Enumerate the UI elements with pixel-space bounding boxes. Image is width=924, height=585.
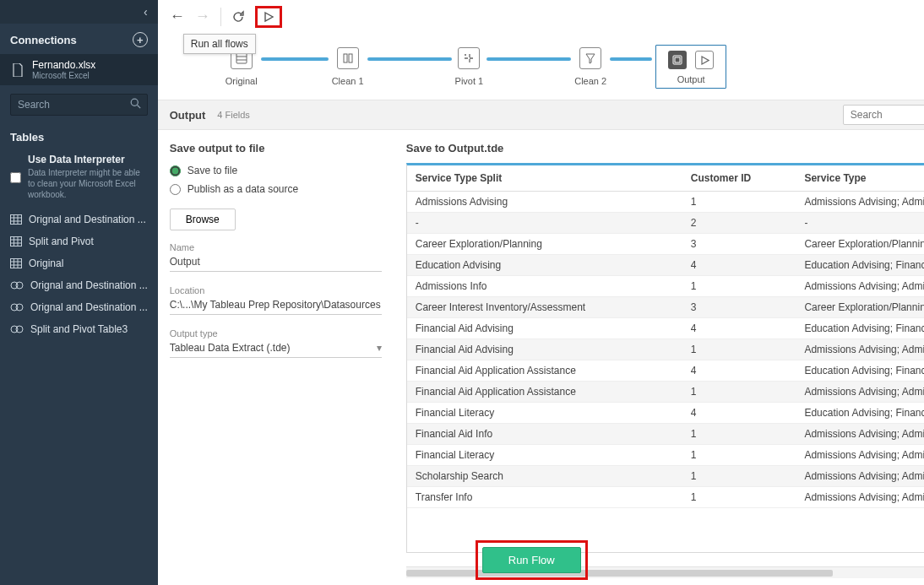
table-item[interactable]: Orignal and Destination ... xyxy=(0,209,158,230)
output-header-bar: Output 4 Fields ▾ xyxy=(158,100,924,130)
location-label: Location xyxy=(170,285,382,295)
table-cell: Education Advising; Financial xyxy=(796,403,924,424)
run-step-icon[interactable] xyxy=(695,51,714,69)
table-cell: Financial Aid Application Assistance xyxy=(407,382,682,403)
table-row[interactable]: Education Advising4Education Advising; F… xyxy=(407,255,924,276)
table-cell: 1 xyxy=(682,192,796,213)
save-to-file-radio[interactable] xyxy=(170,165,181,176)
column-header[interactable]: Customer ID xyxy=(682,165,796,192)
table-cell: Admissions Info xyxy=(407,276,682,297)
preview-title: Save to Output.tde xyxy=(406,142,924,154)
config-title: Save output to file xyxy=(170,142,382,154)
file-icon xyxy=(12,63,24,77)
table-row[interactable]: Financial Literacy4Education Advising; F… xyxy=(407,403,924,424)
table-cell: Career Exploration/Planning; xyxy=(796,297,924,318)
name-label: Name xyxy=(170,242,382,252)
table-cell: 3 xyxy=(682,234,796,255)
output-search-input[interactable] xyxy=(843,105,924,125)
table-list: Orignal and Destination ...Split and Piv… xyxy=(0,209,158,340)
back-button[interactable]: ← xyxy=(170,8,185,25)
run-flow-button[interactable]: Run Flow xyxy=(482,547,581,573)
table-item[interactable]: Split and Pivot Table3 xyxy=(0,318,158,340)
output-type-select[interactable]: Tableau Data Extract (.tde) ▾ xyxy=(170,342,382,358)
table-row[interactable]: Admissions Info1Admissions Advising; Adm… xyxy=(407,276,924,297)
table-cell: Career Exploration/Planning; xyxy=(796,234,924,255)
table-cell: Education Advising; Financial xyxy=(796,318,924,339)
grid-icon xyxy=(10,258,22,268)
table-cell: Transfer Info xyxy=(407,487,682,508)
table-row[interactable]: Financial Aid Application Assistance1Adm… xyxy=(407,382,924,403)
table-item-label: Orignal and Destination ... xyxy=(30,279,148,291)
flow-connector xyxy=(486,57,571,61)
publish-radio[interactable] xyxy=(170,184,181,195)
table-row[interactable]: Transfer Info1Admissions Advising; Admis… xyxy=(407,487,924,508)
table-cell: Career Interest Inventory/Assessment xyxy=(407,297,682,318)
table-cell: Admissions Advising; Admiss xyxy=(796,192,924,213)
sidebar-search-input[interactable] xyxy=(10,94,148,116)
table-cell: 1 xyxy=(682,276,796,297)
run-all-flows-button[interactable] xyxy=(255,6,282,28)
table-cell: 4 xyxy=(682,255,796,276)
flow-step-clean1[interactable]: Clean 1 xyxy=(332,47,364,86)
table-row[interactable]: Financial Aid Info1Admissions Advising; … xyxy=(407,424,924,445)
preview-table-wrap[interactable]: Service Type SplitCustomer IDService Typ… xyxy=(406,163,924,553)
table-cell: Admissions Advising; Admiss xyxy=(796,445,924,466)
table-item-label: Orignal and Destination ... xyxy=(29,214,146,225)
table-row[interactable]: -2- xyxy=(407,213,924,234)
output-icon xyxy=(668,51,687,69)
table-row[interactable]: Financial Aid Advising1Admissions Advisi… xyxy=(407,339,924,360)
table-item[interactable]: Original xyxy=(0,252,158,274)
radio-save-to-file[interactable]: Save to file xyxy=(170,165,382,176)
table-item[interactable]: Orignal and Destination ... xyxy=(0,274,158,296)
scroll-thumb[interactable] xyxy=(406,570,833,577)
connection-type: Microsoft Excel xyxy=(32,71,95,80)
table-item[interactable]: Orignal and Destination ... xyxy=(0,296,158,318)
table-row[interactable]: Career Exploration/Planning3Career Explo… xyxy=(407,234,924,255)
toolbar-divider xyxy=(220,8,221,26)
flow-connector xyxy=(261,57,329,61)
step-label: Output xyxy=(677,74,705,84)
refresh-button[interactable] xyxy=(231,10,245,24)
play-icon xyxy=(263,11,274,23)
location-value[interactable]: C:\...\My Tableau Prep Repository\Dataso… xyxy=(170,299,382,315)
name-value[interactable]: Output xyxy=(170,256,382,272)
table-cell: - xyxy=(407,213,682,234)
table-cell: Admissions Advising xyxy=(407,192,682,213)
use-interpreter-checkbox[interactable] xyxy=(10,155,21,200)
grid-icon xyxy=(10,214,22,225)
svg-rect-26 xyxy=(344,54,347,62)
table-row[interactable]: Career Interest Inventory/Assessment3Car… xyxy=(407,297,924,318)
svg-line-1 xyxy=(137,106,140,109)
connections-header: Connections + xyxy=(0,24,158,54)
table-cell: 1 xyxy=(682,339,796,360)
flow-connector xyxy=(610,57,652,61)
join-icon xyxy=(10,324,24,334)
radio-publish[interactable]: Publish as a data source xyxy=(170,183,382,195)
table-row[interactable]: Scholarship Search1Admissions Advising; … xyxy=(407,466,924,487)
column-header[interactable]: Service Type Split xyxy=(407,165,682,192)
collapse-icon[interactable]: ‹ xyxy=(144,5,148,19)
table-row[interactable]: Admissions Advising1Admissions Advising;… xyxy=(407,192,924,213)
table-cell: Financial Aid Application Assistance xyxy=(407,360,682,382)
interpreter-title: Use Data Interpreter xyxy=(28,154,148,165)
step-label: Clean 2 xyxy=(574,76,606,86)
flow-connector xyxy=(367,57,452,61)
flow-step-clean2[interactable]: Clean 2 xyxy=(574,47,606,86)
column-header[interactable]: Service Type xyxy=(796,165,924,192)
table-cell: 4 xyxy=(682,360,796,382)
step-label: Original xyxy=(226,76,258,86)
flow-step-output[interactable]: Output xyxy=(655,45,726,89)
forward-button[interactable]: → xyxy=(195,8,210,25)
table-row[interactable]: Financial Aid Advising4Education Advisin… xyxy=(407,318,924,339)
connection-item[interactable]: Fernando.xlsx Microsoft Excel xyxy=(0,54,158,85)
table-row[interactable]: Financial Literacy1Admissions Advising; … xyxy=(407,445,924,466)
add-connection-button[interactable]: + xyxy=(133,32,148,47)
table-cell: 4 xyxy=(682,403,796,424)
flow-step-pivot1[interactable]: Pivot 1 xyxy=(455,47,484,86)
type-label: Output type xyxy=(170,328,382,339)
table-item[interactable]: Split and Pivot xyxy=(0,230,158,252)
browse-button[interactable]: Browse xyxy=(170,209,236,230)
table-row[interactable]: Financial Aid Application Assistance4Edu… xyxy=(407,360,924,382)
dropdown-icon: ▾ xyxy=(377,342,382,354)
table-cell: Admissions Advising; Admiss xyxy=(796,382,924,403)
